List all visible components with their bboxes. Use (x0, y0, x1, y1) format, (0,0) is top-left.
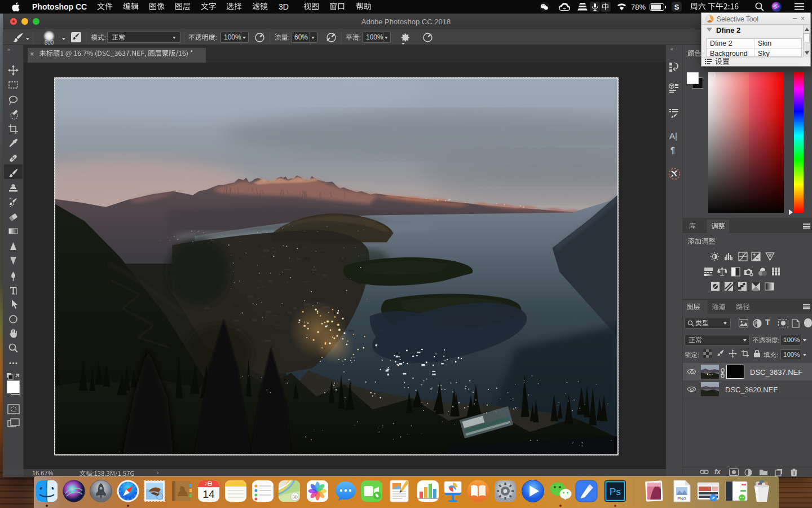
svg-text:14: 14 (202, 488, 215, 500)
svg-text:3D: 3D (293, 495, 298, 499)
svg-text:Ps: Ps (610, 487, 621, 497)
svg-text:7: 7 (205, 481, 208, 487)
svg-text:PNG: PNG (677, 497, 686, 501)
svg-text:S: S (674, 3, 679, 11)
